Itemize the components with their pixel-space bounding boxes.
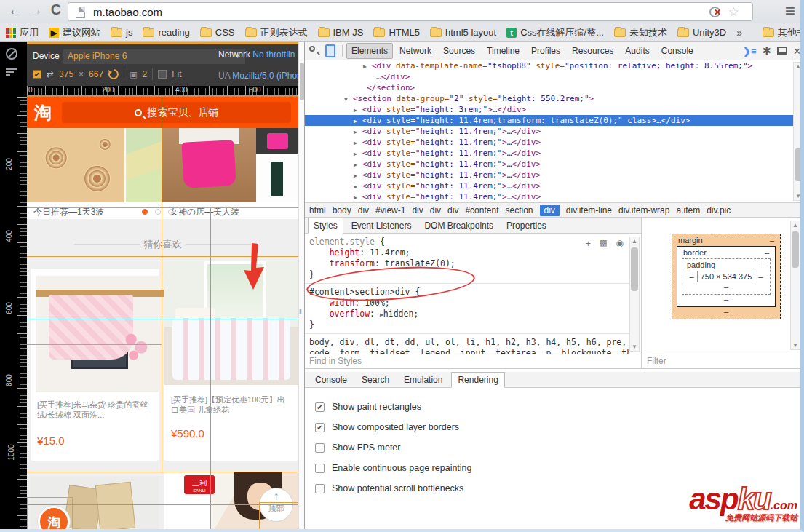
dom-tree-row[interactable]: ▶<div style="height: 11.4rem;">…</div> (305, 180, 804, 191)
dom-tree-row[interactable]: ▶<div style="height: 11.4rem;">…</div> (305, 159, 804, 170)
gear-icon[interactable]: ✱ (763, 44, 772, 57)
product-image-pink-top[interactable] (256, 128, 298, 154)
scroll-down-icon[interactable]: ▼ (791, 342, 800, 349)
product-image-snacks[interactable] (124, 128, 162, 202)
ua-value[interactable]: Mozilla/5.0 (iPhon (232, 71, 301, 81)
bookmark-star-icon[interactable]: ☆ (728, 4, 739, 20)
close-icon[interactable]: ✕ (793, 46, 801, 57)
drawer-toggle-icon[interactable]: ❯≡ (743, 46, 756, 57)
checkbox[interactable] (315, 443, 325, 453)
style-code-line[interactable]: transform: translateZ(0); (309, 258, 626, 269)
expand-arrow-icon[interactable]: ▶ (354, 159, 357, 170)
bookmark-item[interactable]: Unity3D (677, 27, 726, 38)
find-in-styles-input[interactable]: Find in Styles (305, 354, 641, 368)
bookmark-item[interactable]: 未知技术 (614, 26, 667, 39)
style-code-line[interactable]: overflow: ▶hidden; (309, 309, 626, 319)
bookmark-item[interactable]: HTML5 (373, 27, 420, 38)
address-bar[interactable]: m.taobao.com ☆ (68, 2, 753, 21)
expand-arrow-icon[interactable]: ▶ (354, 138, 357, 148)
bookmark-item[interactable]: 正则表达式 (245, 26, 308, 39)
breadcrumb-item[interactable]: div (358, 205, 369, 215)
geolocation-blocked-icon[interactable] (709, 7, 720, 17)
expand-arrow-icon[interactable]: ▶ (354, 105, 357, 116)
style-code-line[interactable]: element.style { (309, 237, 626, 247)
taobao-logo[interactable]: 淘 (34, 101, 52, 124)
device-mode-icon[interactable] (325, 44, 335, 57)
expand-arrow-icon[interactable]: ▶ (354, 116, 357, 127)
dom-tree-row[interactable]: …</div> (305, 71, 804, 82)
metrics-filter-input[interactable]: Filter (642, 354, 804, 368)
bookmark-item[interactable]: tCss在线解压缩/整... (506, 26, 604, 39)
tab-sources[interactable]: Sources (438, 43, 480, 59)
forward-button[interactable]: → (26, 1, 45, 18)
metrics-scrollbar-thumb[interactable] (792, 231, 799, 268)
drawer-tab-console[interactable]: Console (309, 373, 353, 387)
chrome-menu-icon[interactable]: ≡ (785, 1, 795, 21)
breadcrumb-item[interactable]: a.item (676, 205, 700, 215)
breadcrumb-item[interactable]: #content (465, 205, 498, 215)
bookmark-item[interactable]: reading (143, 27, 189, 38)
expand-arrow-icon[interactable]: ▶ (354, 170, 357, 181)
dock-side-icon[interactable] (777, 47, 787, 55)
caption-goddess-shop[interactable]: 女神の店—美人装 (170, 206, 239, 218)
dom-tree-row[interactable]: ▶<div style="height: 3rem;">…</div> (305, 104, 804, 115)
breadcrumb-item[interactable]: div (430, 205, 441, 215)
network-throttling-select[interactable]: No throttlin (252, 49, 295, 60)
breadcrumb-item[interactable]: div (412, 205, 423, 215)
breadcrumb-item[interactable]: div.item-line (566, 205, 612, 215)
dom-tree-row[interactable]: ▶<div style="height: 11.4rem;">…</div> (305, 170, 804, 180)
back-button[interactable]: ← (6, 1, 25, 18)
styles-scrollbar[interactable]: ▲ ▼ (629, 237, 640, 352)
style-code-line[interactable]: code, form, fieldset, legend, input, tex… (309, 348, 626, 354)
bookmark-item[interactable]: html5 layout (430, 27, 496, 38)
breadcrumb-item[interactable]: div.item-wrap (618, 205, 669, 215)
product-title[interactable]: [买手推荐]【预定优惠100元】出口美国 儿童绣花 (171, 394, 292, 416)
drawer-tab-search[interactable]: Search (356, 373, 395, 387)
bookmarks-overflow-chevron[interactable]: » (736, 27, 742, 39)
product-image-pink-quilt[interactable] (36, 276, 164, 392)
product-image-column[interactable] (256, 128, 298, 202)
product-title[interactable]: [买手推荐]米马杂货 珍贵的蚕丝绒/长绒棉 双面洗... (37, 400, 152, 421)
expand-arrow-icon[interactable]: ▶ (354, 181, 357, 192)
style-code-line[interactable]: } (309, 269, 626, 280)
style-code-line[interactable]: width: 100%; (309, 298, 626, 309)
breadcrumb-item[interactable]: #view-1 (375, 205, 405, 215)
fit-checkbox[interactable] (158, 70, 167, 79)
product-image-cookies[interactable] (27, 128, 124, 202)
style-code-line[interactable]: #content>section>div { (309, 287, 626, 298)
tab-console[interactable]: Console (656, 43, 698, 59)
swap-dimensions-icon[interactable] (108, 69, 119, 79)
product-image-green-pants[interactable] (256, 154, 298, 202)
scale-value[interactable]: 2 (143, 69, 148, 79)
tab-timeline[interactable]: Timeline (482, 43, 525, 59)
expand-arrow-icon[interactable]: ▶ (354, 192, 357, 202)
metrics-scrollbar[interactable]: ▲ ▼ (790, 221, 800, 350)
scroll-up-icon[interactable]: ▲ (791, 222, 800, 229)
breadcrumb-item[interactable]: div (540, 205, 560, 216)
block-overlay-icon[interactable] (6, 48, 17, 60)
checkbox[interactable] (315, 484, 325, 493)
expand-arrow-icon[interactable]: ▶ (354, 127, 357, 138)
bookmark-item[interactable]: IBM JS (318, 27, 364, 38)
rotate-icon[interactable]: ⇄ (47, 69, 54, 79)
breadcrumb-item[interactable]: div (447, 205, 458, 215)
checkbox[interactable]: ✔ (315, 423, 325, 432)
scroll-up-icon[interactable]: ▲ (630, 238, 639, 245)
dom-tree-row[interactable]: ▶<div data-template-name="tshop88" style… (305, 60, 804, 71)
sidebar-tab-dom-breakpoints[interactable]: DOM Breakpoints (419, 218, 498, 233)
back-to-top-button[interactable]: ↑ 顶部 (259, 488, 293, 522)
tab-profiles[interactable]: Profiles (526, 43, 565, 59)
url-text[interactable]: m.taobao.com (93, 6, 162, 18)
drawer-tab-rendering[interactable]: Rendering (451, 372, 504, 388)
dom-tree-row[interactable]: </section> (305, 82, 804, 93)
margin-box[interactable]: margin– border– padding– – 750 × 534.375… (672, 234, 781, 319)
dom-tree-row[interactable]: ▶<div style="height: 11.4rem;transform: … (305, 115, 804, 126)
product-image-pink-shorts[interactable] (162, 128, 256, 202)
tab-network[interactable]: Network (394, 43, 437, 59)
other-bookmarks[interactable]: 其他书签 (763, 26, 804, 39)
bookmark-item[interactable]: CSS (200, 27, 235, 38)
product-image-bedroom[interactable] (164, 256, 298, 385)
dom-scrollbar[interactable]: ▲ ▼ (793, 62, 803, 201)
bookmark-item[interactable]: js (111, 27, 132, 38)
bookmark-item[interactable]: 应用 (6, 26, 39, 39)
